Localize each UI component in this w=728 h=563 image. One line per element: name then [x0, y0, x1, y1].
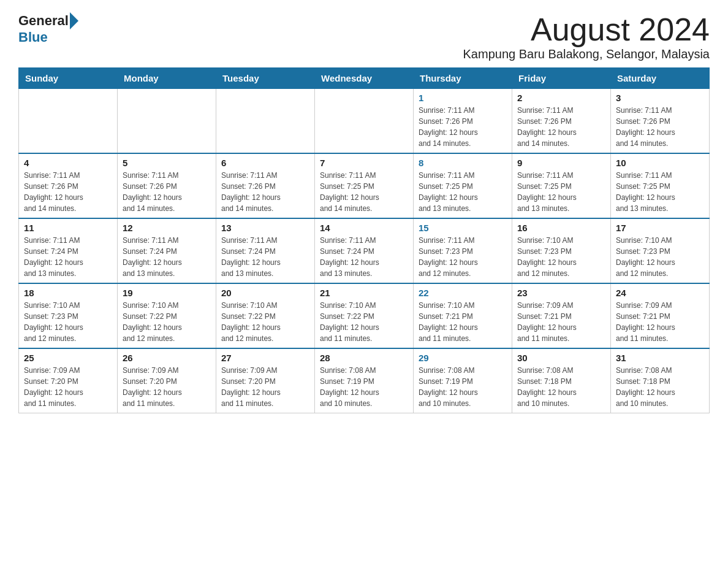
- calendar-cell: [118, 89, 216, 154]
- calendar-cell: 5Sunrise: 7:11 AMSunset: 7:26 PMDaylight…: [118, 153, 216, 218]
- logo-general-text: General: [18, 13, 69, 29]
- day-info: Sunrise: 7:09 AMSunset: 7:20 PMDaylight:…: [221, 365, 309, 409]
- calendar-cell: 24Sunrise: 7:09 AMSunset: 7:21 PMDayligh…: [611, 283, 710, 348]
- day-info: Sunrise: 7:10 AMSunset: 7:22 PMDaylight:…: [221, 300, 309, 344]
- day-info: Sunrise: 7:11 AMSunset: 7:26 PMDaylight:…: [123, 170, 211, 214]
- day-info: Sunrise: 7:11 AMSunset: 7:25 PMDaylight:…: [616, 170, 704, 214]
- day-info: Sunrise: 7:11 AMSunset: 7:26 PMDaylight:…: [221, 170, 309, 214]
- week-row-1: 1Sunrise: 7:11 AMSunset: 7:26 PMDaylight…: [19, 89, 710, 154]
- logo-blue-text: Blue: [18, 29, 48, 45]
- day-info: Sunrise: 7:11 AMSunset: 7:24 PMDaylight:…: [221, 235, 309, 279]
- calendar-cell: 30Sunrise: 7:08 AMSunset: 7:18 PMDayligh…: [512, 348, 611, 413]
- day-info: Sunrise: 7:11 AMSunset: 7:26 PMDaylight:…: [24, 170, 112, 214]
- calendar-cell: 29Sunrise: 7:08 AMSunset: 7:19 PMDayligh…: [414, 348, 512, 413]
- logo: General Blue: [18, 12, 80, 45]
- calendar-cell: [315, 89, 414, 154]
- calendar-cell: 27Sunrise: 7:09 AMSunset: 7:20 PMDayligh…: [216, 348, 315, 413]
- month-year-title: August 2024: [463, 12, 710, 47]
- calendar-cell: 25Sunrise: 7:09 AMSunset: 7:20 PMDayligh…: [19, 348, 118, 413]
- calendar-header-row: SundayMondayTuesdayWednesdayThursdayFrid…: [19, 68, 710, 89]
- day-info: Sunrise: 7:11 AMSunset: 7:26 PMDaylight:…: [517, 105, 605, 149]
- day-info: Sunrise: 7:11 AMSunset: 7:24 PMDaylight:…: [320, 235, 408, 279]
- calendar-cell: 21Sunrise: 7:10 AMSunset: 7:22 PMDayligh…: [315, 283, 414, 348]
- week-row-3: 11Sunrise: 7:11 AMSunset: 7:24 PMDayligh…: [19, 218, 710, 283]
- calendar-cell: 16Sunrise: 7:10 AMSunset: 7:23 PMDayligh…: [512, 218, 611, 283]
- calendar-cell: [216, 89, 315, 154]
- calendar-cell: 10Sunrise: 7:11 AMSunset: 7:25 PMDayligh…: [611, 153, 710, 218]
- title-block: August 2024 Kampung Baru Balakong, Selan…: [463, 12, 710, 61]
- day-info: Sunrise: 7:09 AMSunset: 7:20 PMDaylight:…: [24, 365, 112, 409]
- day-info: Sunrise: 7:11 AMSunset: 7:24 PMDaylight:…: [24, 235, 112, 279]
- day-info: Sunrise: 7:08 AMSunset: 7:18 PMDaylight:…: [517, 365, 605, 409]
- day-info: Sunrise: 7:09 AMSunset: 7:20 PMDaylight:…: [123, 365, 211, 409]
- day-info: Sunrise: 7:08 AMSunset: 7:19 PMDaylight:…: [320, 365, 408, 409]
- col-header-sunday: Sunday: [19, 68, 118, 89]
- day-info: Sunrise: 7:11 AMSunset: 7:25 PMDaylight:…: [419, 170, 507, 214]
- calendar-cell: 8Sunrise: 7:11 AMSunset: 7:25 PMDaylight…: [414, 153, 512, 218]
- day-info: Sunrise: 7:11 AMSunset: 7:26 PMDaylight:…: [616, 105, 704, 149]
- col-header-friday: Friday: [512, 68, 611, 89]
- calendar-cell: 18Sunrise: 7:10 AMSunset: 7:23 PMDayligh…: [19, 283, 118, 348]
- calendar-cell: 22Sunrise: 7:10 AMSunset: 7:21 PMDayligh…: [414, 283, 512, 348]
- calendar-cell: 2Sunrise: 7:11 AMSunset: 7:26 PMDaylight…: [512, 89, 611, 154]
- day-info: Sunrise: 7:11 AMSunset: 7:26 PMDaylight:…: [419, 105, 507, 149]
- day-info: Sunrise: 7:11 AMSunset: 7:25 PMDaylight:…: [320, 170, 408, 214]
- day-info: Sunrise: 7:08 AMSunset: 7:18 PMDaylight:…: [616, 365, 704, 409]
- calendar-cell: 17Sunrise: 7:10 AMSunset: 7:23 PMDayligh…: [611, 218, 710, 283]
- calendar-cell: 6Sunrise: 7:11 AMSunset: 7:26 PMDaylight…: [216, 153, 315, 218]
- day-info: Sunrise: 7:11 AMSunset: 7:24 PMDaylight:…: [123, 235, 211, 279]
- calendar-cell: 28Sunrise: 7:08 AMSunset: 7:19 PMDayligh…: [315, 348, 414, 413]
- day-info: Sunrise: 7:09 AMSunset: 7:21 PMDaylight:…: [517, 300, 605, 344]
- page-header: General Blue August 2024 Kampung Baru Ba…: [18, 12, 710, 61]
- calendar-table: SundayMondayTuesdayWednesdayThursdayFrid…: [18, 67, 710, 413]
- day-info: Sunrise: 7:11 AMSunset: 7:25 PMDaylight:…: [517, 170, 605, 214]
- calendar-cell: 7Sunrise: 7:11 AMSunset: 7:25 PMDaylight…: [315, 153, 414, 218]
- day-info: Sunrise: 7:10 AMSunset: 7:22 PMDaylight:…: [320, 300, 408, 344]
- day-info: Sunrise: 7:10 AMSunset: 7:23 PMDaylight:…: [24, 300, 112, 344]
- col-header-tuesday: Tuesday: [216, 68, 315, 89]
- week-row-2: 4Sunrise: 7:11 AMSunset: 7:26 PMDaylight…: [19, 153, 710, 218]
- calendar-cell: 23Sunrise: 7:09 AMSunset: 7:21 PMDayligh…: [512, 283, 611, 348]
- col-header-saturday: Saturday: [611, 68, 710, 89]
- logo-triangle-icon: [70, 12, 78, 29]
- calendar-cell: 1Sunrise: 7:11 AMSunset: 7:26 PMDaylight…: [414, 89, 512, 154]
- calendar-cell: 12Sunrise: 7:11 AMSunset: 7:24 PMDayligh…: [118, 218, 216, 283]
- col-header-wednesday: Wednesday: [315, 68, 414, 89]
- col-header-thursday: Thursday: [414, 68, 512, 89]
- calendar-cell: [19, 89, 118, 154]
- calendar-cell: 20Sunrise: 7:10 AMSunset: 7:22 PMDayligh…: [216, 283, 315, 348]
- day-info: Sunrise: 7:10 AMSunset: 7:23 PMDaylight:…: [616, 235, 704, 279]
- day-info: Sunrise: 7:10 AMSunset: 7:21 PMDaylight:…: [419, 300, 507, 344]
- week-row-5: 25Sunrise: 7:09 AMSunset: 7:20 PMDayligh…: [19, 348, 710, 413]
- calendar-cell: 19Sunrise: 7:10 AMSunset: 7:22 PMDayligh…: [118, 283, 216, 348]
- location-subtitle: Kampung Baru Balakong, Selangor, Malaysi…: [463, 47, 710, 61]
- week-row-4: 18Sunrise: 7:10 AMSunset: 7:23 PMDayligh…: [19, 283, 710, 348]
- day-info: Sunrise: 7:10 AMSunset: 7:22 PMDaylight:…: [123, 300, 211, 344]
- day-info: Sunrise: 7:08 AMSunset: 7:19 PMDaylight:…: [419, 365, 507, 409]
- calendar-cell: 26Sunrise: 7:09 AMSunset: 7:20 PMDayligh…: [118, 348, 216, 413]
- calendar-cell: 31Sunrise: 7:08 AMSunset: 7:18 PMDayligh…: [611, 348, 710, 413]
- calendar-cell: 4Sunrise: 7:11 AMSunset: 7:26 PMDaylight…: [19, 153, 118, 218]
- calendar-cell: 9Sunrise: 7:11 AMSunset: 7:25 PMDaylight…: [512, 153, 611, 218]
- calendar-cell: 11Sunrise: 7:11 AMSunset: 7:24 PMDayligh…: [19, 218, 118, 283]
- col-header-monday: Monday: [118, 68, 216, 89]
- day-info: Sunrise: 7:10 AMSunset: 7:23 PMDaylight:…: [517, 235, 605, 279]
- day-info: Sunrise: 7:09 AMSunset: 7:21 PMDaylight:…: [616, 300, 704, 344]
- day-info: Sunrise: 7:11 AMSunset: 7:23 PMDaylight:…: [419, 235, 507, 279]
- calendar-cell: 14Sunrise: 7:11 AMSunset: 7:24 PMDayligh…: [315, 218, 414, 283]
- calendar-cell: 15Sunrise: 7:11 AMSunset: 7:23 PMDayligh…: [414, 218, 512, 283]
- calendar-cell: 3Sunrise: 7:11 AMSunset: 7:26 PMDaylight…: [611, 89, 710, 154]
- calendar-cell: 13Sunrise: 7:11 AMSunset: 7:24 PMDayligh…: [216, 218, 315, 283]
